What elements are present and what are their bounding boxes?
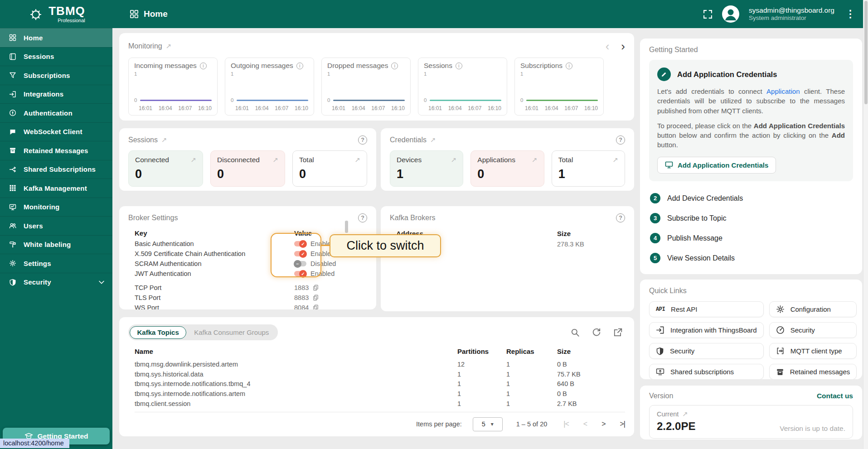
- sidebar-item-subscriptions[interactable]: Subscriptions: [0, 66, 112, 85]
- items-per-page-label: Items per page:: [416, 420, 462, 428]
- copy-icon[interactable]: [313, 295, 319, 301]
- help-icon[interactable]: ?: [358, 213, 367, 222]
- mini-chart-card[interactable]: Subscriptions i 1 0 16:01 16:04 16:07 16…: [514, 58, 604, 116]
- open-link-icon[interactable]: ↗: [161, 136, 167, 144]
- open-link-icon: ↗: [272, 156, 278, 164]
- quick-link-retained-messages[interactable]: Retained messages: [769, 364, 857, 379]
- mini-chart-card[interactable]: Dropped messages i 1 0 16:01 16:04 16:07…: [321, 58, 411, 116]
- info-icon[interactable]: i: [456, 63, 462, 69]
- stat-tile-label: Devices: [397, 156, 422, 164]
- speedometer-icon: [776, 326, 785, 334]
- stat-tile-value: 0: [299, 167, 360, 181]
- stat-tile[interactable]: Devices ↗ 1: [390, 150, 463, 187]
- auth-toggle[interactable]: [294, 261, 306, 266]
- refresh-icon[interactable]: [592, 328, 601, 337]
- quick-link-integration-thingsboard[interactable]: Integration with ThingsBoard: [649, 322, 764, 338]
- getting-started-step[interactable]: 2 Add Device Credentials: [649, 188, 853, 208]
- info-icon[interactable]: i: [391, 63, 398, 69]
- help-icon[interactable]: ?: [616, 135, 625, 145]
- getting-started-step[interactable]: 3 Subscribe to Topic: [649, 208, 853, 228]
- prev-page-button[interactable]: <: [583, 420, 587, 428]
- next-page-button[interactable]: >: [601, 420, 605, 428]
- sidebar-item-users[interactable]: Users: [0, 216, 112, 235]
- sidebar-item-kafka-management[interactable]: Kafka Management: [0, 179, 112, 198]
- stat-tile[interactable]: Connected ↗ 0: [128, 150, 203, 187]
- sidebar-item-home[interactable]: Home: [0, 28, 112, 47]
- stat-tile[interactable]: Total ↗ 0: [292, 150, 367, 187]
- current-version-tile[interactable]: Current ↗ 2.2.0PE Version is up to date.: [649, 405, 853, 439]
- stat-tile-label: Total: [558, 156, 573, 164]
- auth-toggle[interactable]: [294, 271, 306, 276]
- stat-tile-label: Applications: [477, 156, 515, 164]
- application-link[interactable]: Application: [766, 87, 800, 95]
- add-application-credentials-button[interactable]: Add Application Credentials: [657, 157, 776, 174]
- open-link-icon[interactable]: ↗: [166, 42, 172, 50]
- tab-kafka-topics[interactable]: Kafka Topics: [130, 326, 186, 339]
- sidebar: TBMQ Professional Home Sessions Subscrip…: [0, 0, 112, 449]
- callout-connector: [321, 245, 330, 246]
- quick-link-security[interactable]: Security: [649, 343, 764, 359]
- quick-link-rest-api[interactable]: API Rest API: [649, 301, 764, 317]
- app-logo[interactable]: TBMQ Professional: [0, 0, 112, 28]
- sidebar-item-monitoring[interactable]: Monitoring: [0, 198, 112, 217]
- sidebar-item-retained-messages[interactable]: Retained Messages: [0, 141, 112, 160]
- table-row[interactable]: tbmq.sys.internode.notifications.tbmq_4 …: [135, 379, 625, 389]
- getting-started-step[interactable]: 5 View Session Details: [649, 248, 853, 268]
- sidebar-item-sessions[interactable]: Sessions: [0, 47, 112, 66]
- info-icon[interactable]: i: [296, 63, 303, 69]
- sidebar-item-settings[interactable]: Settings: [0, 254, 112, 273]
- quick-link-performance-tests[interactable]: Security: [769, 322, 857, 338]
- table-row[interactable]: tbmq.sys.internode.notifications.artem 1…: [135, 389, 625, 399]
- quick-link-mqtt-client-type[interactable]: MQTT client type: [769, 343, 857, 359]
- setting-key: SCRAM Authentication: [135, 260, 294, 267]
- table-row[interactable]: tbmq.msg.downlink.persisted.artem 12 1 0…: [135, 359, 625, 369]
- help-icon[interactable]: ?: [616, 213, 625, 222]
- fullscreen-icon[interactable]: [703, 10, 713, 19]
- open-in-new-icon[interactable]: [613, 328, 622, 337]
- carousel-next-icon[interactable]: ›: [621, 40, 625, 52]
- info-icon[interactable]: i: [566, 63, 572, 69]
- contact-us-link[interactable]: Contact us: [817, 392, 853, 400]
- copy-icon[interactable]: [313, 304, 319, 309]
- mini-chart-card[interactable]: Outgoing messages i 1 0 16:01 16:04 16:0…: [225, 58, 314, 116]
- auth-toggle[interactable]: [294, 241, 306, 246]
- quick-link-shared-subscriptions[interactable]: Shared subscriptions: [649, 364, 764, 379]
- sidebar-item-integrations[interactable]: Integrations: [0, 85, 112, 104]
- stat-tile[interactable]: Applications ↗ 0: [470, 150, 544, 187]
- info-icon[interactable]: i: [200, 63, 207, 69]
- stat-tile[interactable]: Total ↗ 1: [552, 150, 625, 187]
- first-page-button[interactable]: |<: [563, 420, 569, 428]
- help-icon[interactable]: ?: [358, 135, 367, 145]
- scrollbar-thumb[interactable]: [345, 221, 348, 233]
- open-link-icon[interactable]: ↗: [430, 136, 436, 144]
- stat-tile-label: Total: [299, 156, 314, 164]
- sidebar-item-security[interactable]: Security: [0, 273, 112, 292]
- user-role: System administrator: [749, 14, 834, 22]
- stat-tile[interactable]: Disconnected ↗ 0: [210, 150, 285, 187]
- table-row[interactable]: tbmq.sys.historical.data 1 1 75.7 KB: [135, 369, 625, 379]
- avatar[interactable]: [722, 5, 740, 23]
- kebab-menu-icon[interactable]: ⋮: [844, 8, 857, 20]
- quick-link-configuration[interactable]: Configuration: [769, 301, 857, 317]
- copy-icon[interactable]: [313, 285, 319, 291]
- carousel-prev-icon[interactable]: ‹: [606, 40, 610, 52]
- last-page-button[interactable]: >|: [620, 420, 626, 428]
- sidebar-item-white-labeling[interactable]: White labeling: [0, 235, 112, 254]
- table-row: TLS Port 8883: [135, 293, 367, 303]
- page-size-select[interactable]: 5 ▾: [473, 417, 503, 431]
- tab-kafka-consumer-groups[interactable]: Kafka Consumer Groups: [186, 326, 276, 339]
- user-info[interactable]: sysadmin@thingsboard.org System administ…: [749, 6, 834, 22]
- sidebar-item-authentication[interactable]: Authentication: [0, 103, 112, 122]
- table-row[interactable]: tbmq.client.session 1 1 2.7 KB: [135, 399, 625, 409]
- page-scrollbar-thumb[interactable]: [864, 1, 868, 104]
- mini-chart-card[interactable]: Sessions i 1 0 16:01 16:04 16:07 16:10: [418, 58, 507, 116]
- y-axis-min-label: 0: [424, 97, 427, 103]
- integration-icon: [656, 326, 664, 334]
- mini-chart-card[interactable]: Incoming messages i 1 0 16:01 16:04 16:0…: [128, 58, 218, 116]
- auth-toggle[interactable]: [294, 251, 306, 256]
- search-icon[interactable]: [571, 328, 580, 337]
- sidebar-item-shared-subscriptions[interactable]: Shared Subscriptions: [0, 160, 112, 179]
- page-scrollbar[interactable]: [863, 0, 868, 449]
- getting-started-step[interactable]: 4 Publish Message: [649, 228, 853, 248]
- sidebar-item-websocket-client[interactable]: WebSocket Client: [0, 122, 112, 141]
